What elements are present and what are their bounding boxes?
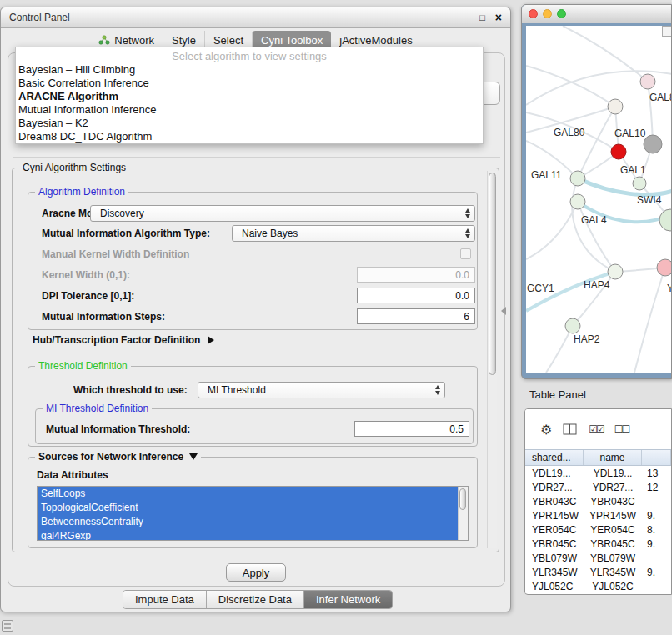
table-row[interactable]: YPR145WYPR145W9. <box>525 508 671 522</box>
list-item[interactable]: gal4RGexp <box>38 529 458 541</box>
cell: YBL079W <box>525 552 584 564</box>
splitter-collapse-icon[interactable] <box>501 307 506 315</box>
hub-definition-label: Hub/Transcription Factor Definition <box>33 334 200 346</box>
mi-threshold-field[interactable]: 0.5 <box>354 421 469 437</box>
tab-network-label: Network <box>114 34 154 47</box>
network-node[interactable] <box>640 74 655 89</box>
threshold-definition-title: Threshold Definition <box>35 360 131 372</box>
cell: YPR145W <box>584 510 642 522</box>
network-node[interactable] <box>644 135 662 153</box>
dock-grip-icon[interactable] <box>2 620 13 632</box>
node-label: SWI4 <box>637 194 661 206</box>
combo-arrows-icon <box>465 228 470 238</box>
mi-steps-field[interactable]: 6 <box>357 308 475 324</box>
table-body: YDL19...YDL19...13 YDR27...YDR27...12 YB… <box>525 466 671 593</box>
aracne-mode-row: Aracne Mode: Discovery <box>28 205 477 222</box>
hub-definition-expander[interactable]: Hub/Transcription Factor Definition <box>33 334 214 346</box>
settings-scrollbar-thumb[interactable] <box>489 172 496 375</box>
dropdown-item[interactable]: Basic Correlation Inference <box>16 77 483 90</box>
network-node[interactable] <box>659 209 672 231</box>
close-window-icon[interactable]: × <box>495 11 502 24</box>
table-row[interactable]: YLR345WYLR345W9. <box>525 565 671 579</box>
network-node[interactable] <box>565 318 580 333</box>
desktop: Control Panel □ × Network Style Select C… <box>0 0 672 635</box>
node-label: HAP4 <box>584 279 609 291</box>
aracne-mode-combobox[interactable]: Discovery <box>90 205 475 222</box>
network-edge <box>526 66 615 107</box>
network-node[interactable] <box>657 259 672 276</box>
canvas-scroll-corner[interactable] <box>662 26 672 37</box>
minimize-traffic-light[interactable] <box>543 9 552 18</box>
tab-cyni-toolbox-label: Cyni Toolbox <box>261 34 323 47</box>
which-threshold-combobox[interactable]: MI Threshold <box>198 382 445 398</box>
network-edge <box>634 268 665 372</box>
network-node[interactable] <box>608 99 623 114</box>
column-header-shared-name[interactable]: shared... <box>525 450 584 465</box>
list-item[interactable]: SelfLoops <box>38 487 458 501</box>
network-node-selected[interactable] <box>611 144 626 159</box>
deselect-all-columns-icon[interactable]: ☐☐ <box>614 423 629 435</box>
network-node[interactable] <box>570 194 585 209</box>
mi-type-label: Mutual Information Algorithm Type: <box>42 228 210 239</box>
list-scrollbar-thumb[interactable] <box>459 488 466 510</box>
cell: YBL079W <box>584 552 642 564</box>
table-row[interactable]: YDL19...YDL19...13 <box>525 466 671 480</box>
zoom-traffic-light[interactable] <box>557 9 566 18</box>
sources-group-title[interactable]: Sources for Network Inference <box>35 451 201 462</box>
dropdown-item[interactable]: Mutual Information Inference <box>16 103 483 117</box>
list-item[interactable]: TopologicalCoefficient <box>38 501 458 515</box>
mi-type-value: Naive Bayes <box>242 228 298 239</box>
cell: YJL052C <box>525 581 584 592</box>
settings-scrollbar[interactable] <box>487 171 497 548</box>
mi-steps-label: Mutual Information Steps: <box>42 311 165 322</box>
threshold-definition-group: Threshold Definition Which threshold to … <box>28 366 478 447</box>
collapse-down-icon <box>189 453 198 460</box>
network-edge <box>578 178 672 195</box>
list-scrollbar[interactable] <box>458 487 468 540</box>
bottom-tab-bar: Impute Data Discretize Data Infer Networ… <box>123 590 393 609</box>
cyni-algorithm-settings-group: Cyni Algorithm Settings Algorithm Defini… <box>12 168 499 552</box>
window-buttons: □ × <box>479 11 502 24</box>
network-node[interactable] <box>633 177 646 190</box>
network-node[interactable] <box>570 171 585 186</box>
table-row[interactable]: YBR045CYBR045C9. <box>525 537 671 551</box>
close-traffic-light[interactable] <box>529 9 538 18</box>
tab-impute-data[interactable]: Impute Data <box>123 591 206 608</box>
cell: YDL19... <box>584 468 642 479</box>
columns-icon[interactable] <box>563 423 578 435</box>
table-row[interactable]: YDR27...YDR27...12 <box>525 480 671 494</box>
table-row[interactable]: YBR043CYBR043C <box>525 494 671 508</box>
dropdown-item[interactable]: Bayesian – K2 <box>16 117 483 130</box>
dropdown-item-selected[interactable]: ARACNE Algorithm <box>16 90 483 103</box>
table-row[interactable]: YBL079WYBL079W <box>525 551 671 565</box>
network-window-titlebar[interactable] <box>522 5 671 23</box>
tab-infer-network[interactable]: Infer Network <box>303 591 392 608</box>
column-header-name[interactable]: name <box>584 450 642 465</box>
select-all-columns-icon[interactable]: ☑☑ <box>589 423 604 435</box>
table-row[interactable]: YER054CYER054C8. <box>525 522 671 537</box>
algorithm-definition-title: Algorithm Definition <box>35 186 128 198</box>
sources-group: Sources for Network Inference Data Attri… <box>28 457 478 548</box>
dropdown-item[interactable]: Dream8 DC_TDC Algorithm <box>16 130 483 143</box>
network-edge <box>546 326 573 372</box>
network-canvas[interactable]: GAL8 GAL80 GAL10 GAL11 GAL1 SWI4 GAL4 GC… <box>526 26 672 372</box>
cell: YLR345W <box>525 567 584 578</box>
tab-discretize-data[interactable]: Discretize Data <box>206 591 303 608</box>
mi-type-combobox[interactable]: Naive Bayes <box>232 225 475 242</box>
network-node[interactable] <box>608 264 623 279</box>
gear-icon[interactable]: ⚙ <box>540 422 552 438</box>
dropdown-item[interactable]: Bayesian – Hill Climbing <box>16 63 483 77</box>
node-label: GAL4 <box>581 214 607 226</box>
expand-right-icon <box>208 336 214 344</box>
dpi-tolerance-field[interactable]: 0.0 <box>357 288 475 303</box>
mi-steps-row: Mutual Information Steps: 6 <box>28 308 477 324</box>
cell: YER054C <box>584 524 642 536</box>
list-item[interactable]: BetweennessCentrality <box>38 515 458 529</box>
table-row[interactable]: YJL052CYJL052C <box>525 579 671 593</box>
apply-button[interactable]: Apply <box>226 563 286 582</box>
network-icon <box>98 35 110 45</box>
network-edge <box>526 202 578 259</box>
table-panel-window: ⚙ ☑☑ ☐☐ shared... name YDL19...YDL19...1… <box>524 408 672 595</box>
column-header-extra[interactable] <box>642 450 671 465</box>
float-window-icon[interactable]: □ <box>479 12 485 22</box>
